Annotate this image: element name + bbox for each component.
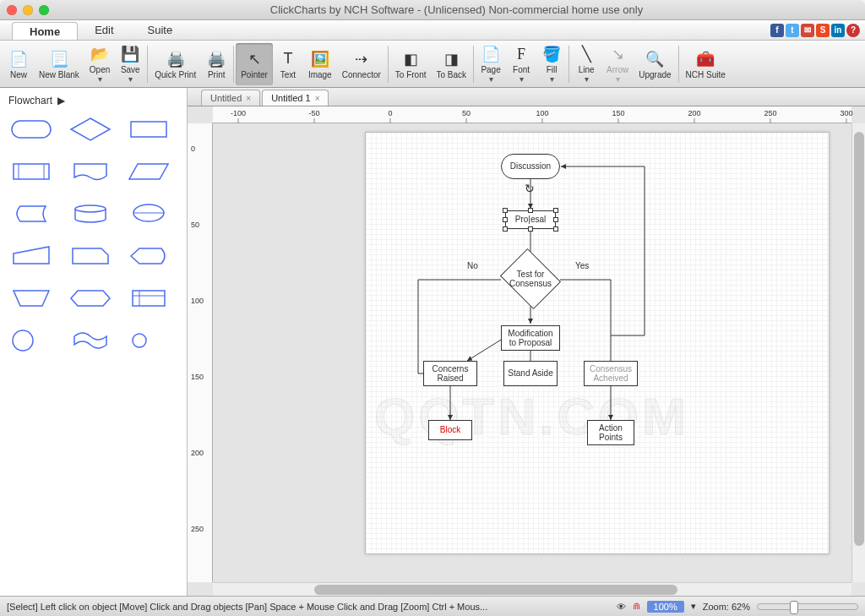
visibility-icon[interactable]: 👁	[617, 602, 626, 612]
print-button[interactable]: 🖨️Print	[201, 43, 231, 85]
shape-connector-circle[interactable]	[10, 328, 52, 353]
workarea: Flowchart▶ Untitled× Untitled 1×	[0, 88, 865, 596]
sel-handle[interactable]	[553, 226, 558, 232]
menu-suite[interactable]: Suite	[131, 20, 190, 40]
tab-untitled-1[interactable]: Untitled 1×	[262, 90, 329, 106]
shape-display[interactable]	[128, 243, 170, 269]
connector-button[interactable]: ⇢Connector	[337, 43, 386, 85]
shape-stored-data[interactable]	[10, 201, 52, 226]
shape-process[interactable]	[128, 117, 170, 142]
font-button[interactable]: FFont▾	[506, 43, 536, 85]
shape-disk[interactable]	[128, 201, 170, 226]
pointer-button[interactable]: ↖Pointer	[236, 43, 273, 85]
shape-trapezoid[interactable]	[10, 286, 52, 311]
to-front-button[interactable]: ◧To Front	[390, 43, 432, 85]
shape-data[interactable]	[128, 159, 170, 184]
shapes-panel-header[interactable]: Flowchart▶	[7, 93, 180, 113]
horizontal-scrollbar[interactable]	[213, 582, 851, 596]
connectors	[366, 133, 829, 553]
titlebar: ClickCharts by NCH Software - (Unlicense…	[0, 0, 865, 20]
tab-untitled[interactable]: Untitled×	[201, 90, 260, 106]
sel-handle[interactable]	[553, 208, 558, 213]
zoom-window-icon[interactable]	[39, 5, 49, 15]
shape-card[interactable]	[69, 243, 112, 269]
quick-print-button[interactable]: 🖨️Quick Print	[150, 43, 201, 85]
upgrade-button[interactable]: 🔍Upgrade	[634, 43, 676, 85]
node-modification[interactable]: Modification to Proposal	[501, 325, 560, 351]
save-button[interactable]: 💾Save▾	[115, 43, 145, 85]
shape-document[interactable]	[69, 159, 112, 184]
save-icon: 💾	[120, 45, 140, 64]
shape-database[interactable]	[69, 201, 112, 226]
svg-marker-12	[14, 291, 49, 306]
zoom-slider[interactable]	[757, 603, 858, 610]
line-button[interactable]: ╲Line▾	[571, 43, 601, 85]
close-tab-icon[interactable]: ×	[315, 94, 320, 103]
close-tab-icon[interactable]: ×	[246, 94, 251, 103]
menu-home[interactable]: Home	[12, 22, 78, 40]
sel-handle[interactable]	[503, 208, 508, 213]
connector-icon: ⇢	[351, 49, 372, 69]
arrow-button[interactable]: ↘Arrow▾	[601, 43, 634, 85]
nch-suite-icon: 🧰	[695, 49, 715, 69]
canvas[interactable]: -100 -50 0 50 100 150 200 250 300 0 50 1…	[188, 106, 865, 596]
node-action-points[interactable]: Action Points	[587, 420, 634, 445]
shape-manual-input[interactable]	[10, 243, 52, 269]
node-block[interactable]: Block	[428, 420, 472, 440]
nch-suite-button[interactable]: 🧰NCH Suite	[681, 43, 731, 85]
node-discussion[interactable]: Discussion	[501, 154, 560, 179]
page[interactable]: QQTN.COM	[365, 132, 830, 554]
linkedin-icon[interactable]: in	[831, 24, 845, 37]
svg-point-17	[13, 330, 33, 351]
to-back-button[interactable]: ◨To Back	[432, 43, 472, 85]
print-icon: 🖨️	[206, 49, 226, 69]
close-window-icon[interactable]	[7, 5, 17, 15]
open-icon: 📂	[90, 45, 110, 64]
zoom-percent[interactable]: 100%	[647, 601, 684, 613]
window-title: ClickCharts by NCH Software - (Unlicense…	[55, 3, 858, 16]
help-icon[interactable]: ?	[846, 24, 860, 37]
shape-terminator[interactable]	[10, 117, 52, 142]
shape-predefined[interactable]	[10, 159, 52, 184]
page-button[interactable]: 📄Page▾	[476, 43, 506, 85]
expand-icon: ▶	[57, 95, 65, 106]
new-button[interactable]: 📄New	[3, 43, 34, 85]
sel-handle[interactable]	[528, 226, 533, 232]
image-button[interactable]: 🖼️Image	[303, 43, 337, 85]
quick-print-icon: 🖨️	[166, 49, 186, 69]
node-test-consensus[interactable]: Test for Consensus	[503, 258, 558, 300]
facebook-icon[interactable]: f	[770, 24, 784, 37]
vertical-scrollbar[interactable]	[851, 123, 865, 582]
stumble-icon[interactable]: S	[816, 24, 830, 37]
new-blank-icon: 📃	[49, 49, 69, 69]
sel-handle[interactable]	[528, 208, 533, 213]
node-consensus[interactable]: Consensus Acheived	[584, 361, 638, 386]
open-button[interactable]: 📂Open▾	[84, 43, 115, 85]
menu-edit[interactable]: Edit	[78, 20, 130, 40]
shape-prep[interactable]	[69, 286, 112, 311]
sel-handle[interactable]	[503, 217, 508, 222]
svg-point-18	[133, 334, 146, 347]
shape-internal-storage[interactable]	[128, 286, 170, 311]
svg-rect-2	[131, 122, 166, 137]
shape-decision[interactable]	[69, 117, 112, 142]
twitter-icon[interactable]: t	[786, 24, 799, 37]
snap-icon[interactable]: ⋒	[633, 601, 640, 612]
arrow-icon: ↘	[607, 45, 628, 64]
status-bar: [Select] Left click on object [Move] Cli…	[0, 596, 865, 616]
text-button[interactable]: TText	[273, 43, 303, 85]
shape-small-circle[interactable]	[128, 328, 170, 353]
shape-tape[interactable]	[69, 328, 112, 353]
email-icon[interactable]: ✉	[801, 24, 814, 37]
minimize-window-icon[interactable]	[23, 5, 33, 15]
vertical-ruler: 0 50 100 150 200 250	[188, 123, 213, 582]
status-hint: [Select] Left click on object [Move] Cli…	[7, 602, 487, 612]
new-blank-button[interactable]: 📃New Blank	[34, 43, 84, 85]
svg-marker-6	[129, 164, 168, 179]
fill-button[interactable]: 🪣Fill▾	[536, 43, 567, 85]
sel-handle[interactable]	[503, 226, 508, 232]
node-concerns[interactable]: Concerns Raised	[423, 361, 477, 386]
zoom-dropdown-icon[interactable]: ▾	[691, 601, 696, 612]
sel-handle[interactable]	[553, 217, 558, 222]
node-stand-aside[interactable]: Stand Aside	[503, 361, 558, 386]
